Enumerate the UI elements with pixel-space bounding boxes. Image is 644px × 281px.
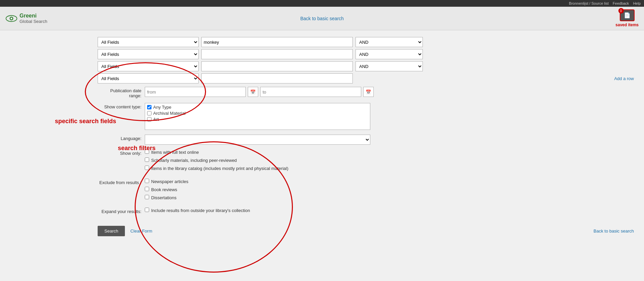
source-list-link[interactable]: Bronnenlijst / Source list (569, 1, 609, 5)
search-row-4: All Fields Title Author Subject Add a ro… (98, 73, 634, 83)
exclude-dissertations-label: Dissertations (151, 195, 176, 201)
exclude-row: Exclude from results : Newspaper article… (98, 179, 634, 203)
cal-to-button[interactable]: 📅 (363, 87, 374, 97)
field-select-3[interactable]: All Fields Title Author Subject (98, 61, 199, 71)
expand-controls: Include results from outside your librar… (145, 208, 634, 216)
saved-items-label: saved items (615, 23, 639, 27)
show-only-scholarly[interactable]: Scholarly materials, including peer-revi… (145, 157, 634, 164)
content-type-any-label: Any Type (153, 105, 171, 110)
exclude-newspaper-checkbox[interactable] (145, 179, 149, 183)
header-right: 0 📄 saved items (615, 9, 639, 27)
show-only-row: Show only: Items with full text online S… (98, 149, 634, 174)
header-center: Back to basic search (300, 16, 344, 21)
content-type-any-checkbox[interactable] (147, 105, 151, 109)
exclude-controls: Newspaper articles Book reviews Disserta… (145, 179, 634, 203)
exclude-newspaper-label: Newspaper articles (151, 179, 189, 185)
logo-subtitle: Global Search (20, 19, 47, 24)
exclude-book-reviews[interactable]: Book reviews (145, 187, 634, 193)
exclude-dissertations[interactable]: Dissertations (145, 195, 634, 201)
search-row-2: All Fields Title Author Subject AND OR N… (98, 49, 634, 59)
pub-date-from[interactable] (145, 87, 246, 97)
search-input-4[interactable] (201, 73, 353, 83)
operator-select-3[interactable]: AND OR NOT (355, 61, 423, 71)
expand-outside-checkbox[interactable] (145, 208, 149, 212)
logo-text: Greeni Global Search (20, 12, 47, 24)
logo-icon (5, 15, 18, 22)
form-section: Publication date range: 📅 📅 Show content… (98, 87, 634, 216)
add-row-link[interactable]: Add a row (614, 76, 634, 81)
clear-form-link[interactable]: Clear Form (130, 229, 152, 234)
show-only-label: Show only: (98, 149, 141, 156)
show-only-fulltext[interactable]: Items with full text online (145, 149, 634, 155)
back-to-basic-header-link[interactable]: Back to basic search (300, 16, 344, 21)
content-type-label: Show content type: (98, 103, 141, 109)
show-only-fulltext-checkbox[interactable] (145, 149, 149, 154)
logo-name: Greeni (20, 12, 47, 19)
saved-items-button[interactable]: 0 📄 (620, 9, 635, 21)
footer-bar: Search Clear Form Back to basic search (10, 222, 634, 236)
exclude-book-reviews-checkbox[interactable] (145, 187, 149, 191)
show-only-fulltext-label: Items with full text online (151, 149, 199, 155)
content-type-controls: Any Type Archival Material Art (145, 103, 634, 130)
field-select-2[interactable]: All Fields Title Author Subject (98, 49, 199, 59)
search-button[interactable]: Search (98, 226, 125, 236)
language-label: Language: (98, 135, 141, 141)
search-input-2[interactable] (201, 49, 353, 59)
language-row: Language: English Dutch French German (98, 135, 634, 145)
content-type-any[interactable]: Any Type (147, 105, 368, 110)
exclude-label: Exclude from results : (98, 179, 141, 185)
cal-from-button[interactable]: 📅 (248, 87, 258, 97)
content-type-art[interactable]: Art (147, 117, 368, 122)
show-only-scholarly-label: Scholarly materials, including peer-revi… (151, 157, 237, 164)
operator-select-2[interactable]: AND OR NOT (355, 49, 423, 59)
content-type-art-checkbox[interactable] (147, 117, 151, 121)
operator-select-1[interactable]: AND OR NOT (355, 37, 423, 47)
saved-badge: 0 (618, 8, 624, 13)
content-type-box[interactable]: Any Type Archival Material Art (145, 103, 370, 130)
expand-outside-label: Include results from outside your librar… (151, 208, 250, 214)
expand-label: Expand your results: (98, 208, 141, 214)
logo-area: Greeni Global Search (5, 12, 47, 24)
bookmark-icon: 📄 (624, 12, 631, 19)
top-bar: Bronnenlijst / Source list Feedback Help (0, 0, 644, 7)
back-to-basic-footer-link[interactable]: Back to basic search (594, 229, 634, 234)
expand-row: Expand your results: Include results fro… (98, 208, 634, 216)
language-controls: English Dutch French German (145, 135, 634, 145)
search-rows: All Fields Title Author Subject AND OR N… (98, 37, 634, 83)
field-select-4[interactable]: All Fields Title Author Subject (98, 73, 199, 83)
help-link[interactable]: Help (633, 1, 641, 5)
search-input-1[interactable] (201, 37, 353, 47)
exclude-book-reviews-label: Book reviews (151, 187, 177, 193)
svg-point-2 (10, 17, 12, 19)
feedback-link[interactable]: Feedback (613, 1, 629, 5)
exclude-dissertations-checkbox[interactable] (145, 195, 149, 199)
language-select[interactable]: English Dutch French German (145, 135, 370, 145)
show-only-library[interactable]: Items in the library catalog (includes m… (145, 166, 634, 172)
content-type-archival-label: Archival Material (153, 111, 185, 116)
pub-date-label: Publication date range: (98, 87, 141, 98)
pub-date-to[interactable] (260, 87, 361, 97)
search-row-1: All Fields Title Author Subject AND OR N… (98, 37, 634, 47)
exclude-newspaper[interactable]: Newspaper articles (145, 179, 634, 185)
content-type-archival-checkbox[interactable] (147, 111, 151, 115)
content-type-art-label: Art (153, 117, 159, 122)
expand-outside[interactable]: Include results from outside your librar… (145, 208, 634, 214)
search-row-3: All Fields Title Author Subject AND OR N… (98, 61, 634, 71)
search-input-3[interactable] (201, 61, 353, 71)
show-only-controls: Items with full text online Scholarly ma… (145, 149, 634, 174)
main-content: specific search fields search filters Al… (0, 30, 644, 278)
header: Greeni Global Search Back to basic searc… (0, 7, 644, 30)
content-type-archival[interactable]: Archival Material (147, 111, 368, 116)
content-type-row: Show content type: Any Type Archival Mat… (98, 103, 634, 130)
field-select-1[interactable]: All Fields Title Author Subject (98, 37, 199, 47)
show-only-library-label: Items in the library catalog (includes m… (151, 166, 289, 172)
show-only-library-checkbox[interactable] (145, 166, 149, 170)
pub-date-controls: 📅 📅 (145, 87, 634, 97)
pub-date-row: Publication date range: 📅 📅 (98, 87, 634, 98)
show-only-scholarly-checkbox[interactable] (145, 157, 149, 162)
